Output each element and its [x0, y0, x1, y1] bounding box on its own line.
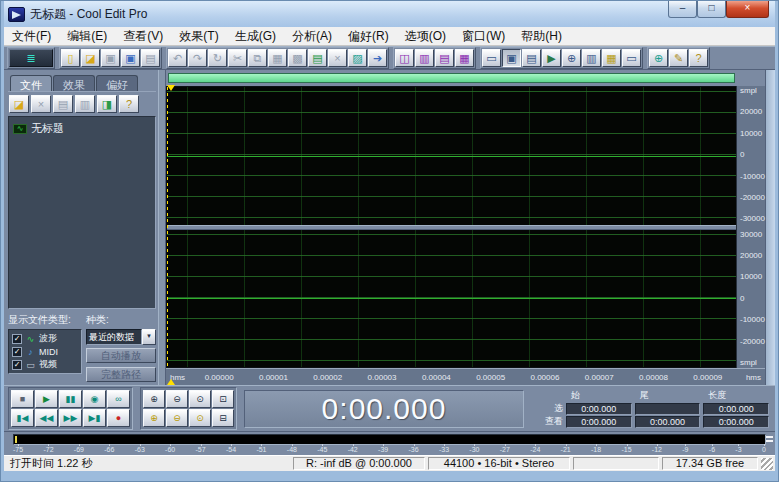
delete-selection-button[interactable]: ×: [328, 49, 347, 67]
checkbox-icon[interactable]: ✓: [12, 360, 22, 370]
selection-length-value[interactable]: 0:00.000: [703, 403, 769, 415]
undo-button[interactable]: ↶: [168, 49, 187, 67]
redo-button[interactable]: ↷: [188, 49, 207, 67]
convert-sample-type-button[interactable]: ▤: [308, 49, 327, 67]
copy-button[interactable]: ⧉: [248, 49, 267, 67]
checkbox-icon[interactable]: ✓: [12, 347, 22, 357]
time-ruler[interactable]: hms 0.000000.000010.000020.000030.000040…: [166, 368, 765, 385]
goto-time-button[interactable]: ➔: [368, 49, 387, 67]
zoom-normal-vertical-button[interactable]: ⊙: [189, 409, 211, 427]
menu-item[interactable]: 偏好(R): [340, 26, 397, 47]
left-channel-waveform[interactable]: [167, 87, 736, 225]
checkbox-icon[interactable]: ✓: [12, 334, 22, 344]
view-range-bar[interactable]: [168, 73, 735, 83]
panel-splitter[interactable]: [158, 70, 166, 385]
selection-begin-value[interactable]: 0:00.000: [566, 403, 632, 415]
paste-button[interactable]: ▦: [268, 49, 287, 67]
file-item-untitled[interactable]: ∿ 无标题: [13, 121, 151, 136]
record-button[interactable]: ●: [107, 409, 130, 427]
save-file-button[interactable]: ▣: [101, 49, 120, 67]
zoom-full-button[interactable]: ⊙: [189, 390, 211, 408]
go-to-end-button[interactable]: ▶▮: [83, 409, 106, 427]
organizer-tab-effects[interactable]: 效果: [53, 75, 95, 91]
menu-item[interactable]: 编辑(E): [59, 26, 115, 47]
organizer-tab-files[interactable]: 文件: [10, 75, 52, 91]
new-file-button[interactable]: ▯: [61, 49, 80, 67]
show-cue-list-button[interactable]: ▣: [502, 49, 521, 67]
mix-paste-button[interactable]: ▩: [288, 49, 307, 67]
zoom-in-horizontal-button[interactable]: ⊕: [143, 390, 165, 408]
menu-item[interactable]: 查看(V): [115, 26, 171, 47]
type-midi-checkbox[interactable]: ✓ ♪ MIDI: [12, 345, 78, 358]
show-sel-view-button[interactable]: ▦: [602, 49, 621, 67]
show-transport-button[interactable]: ▶: [542, 49, 561, 67]
go-to-start-button[interactable]: ▮◀: [11, 409, 34, 427]
help-button[interactable]: ?: [689, 49, 708, 67]
clip-indicator[interactable]: [766, 436, 773, 444]
menu-item[interactable]: 选项(O): [397, 26, 454, 47]
pause-button[interactable]: ▮▮: [59, 390, 82, 408]
fast-forward-button[interactable]: ▶▶: [59, 409, 82, 427]
playhead-marker-bottom[interactable]: [167, 379, 175, 385]
show-organizer-button[interactable]: ▭: [482, 49, 501, 67]
zoom-out-horizontal-button[interactable]: ⊖: [166, 390, 188, 408]
type-waveform-checkbox[interactable]: ✓ ∿ 波形: [12, 332, 78, 345]
menu-item[interactable]: 帮助(H): [513, 26, 570, 47]
show-play-list-button[interactable]: ▤: [522, 49, 541, 67]
zoom-in-vertical-button[interactable]: ⊕: [143, 409, 165, 427]
file-properties-button[interactable]: ▤: [141, 49, 160, 67]
settings-button[interactable]: ⊕: [649, 49, 668, 67]
zoom-to-selection-button[interactable]: ⊡: [212, 390, 234, 408]
sort-dropdown[interactable]: 最近的数据 ▼: [86, 329, 156, 345]
show-time-button[interactable]: ▥: [582, 49, 601, 67]
stop-button[interactable]: ■: [11, 390, 34, 408]
playback-cursor[interactable]: [167, 87, 168, 367]
org-close-file-button[interactable]: ×: [31, 95, 51, 113]
menu-item[interactable]: 文件(F): [4, 26, 59, 47]
vertical-scroll-strip[interactable]: [765, 70, 775, 385]
view-begin-value[interactable]: 0:00.000: [566, 416, 632, 428]
chevron-down-icon[interactable]: ▼: [142, 329, 156, 345]
cue-list-button[interactable]: ▤: [435, 49, 454, 67]
organizer-tab-favorites[interactable]: 偏好: [96, 75, 138, 91]
cut-button[interactable]: ✂: [228, 49, 247, 67]
close-icon[interactable]: ×: [726, 1, 769, 18]
auto-play-button[interactable]: 自动播放: [86, 348, 156, 363]
type-video-checkbox[interactable]: ✓ ▭ 视频: [12, 358, 78, 371]
spectral-view-button[interactable]: ▨: [348, 49, 367, 67]
waveform-canvas[interactable]: [166, 86, 736, 368]
org-help-button[interactable]: ?: [119, 95, 139, 113]
waveform-view-button[interactable]: ▥: [415, 49, 434, 67]
repeat-command-button[interactable]: ↻: [208, 49, 227, 67]
right-channel-waveform[interactable]: [167, 230, 736, 368]
menu-item[interactable]: 生成(G): [227, 26, 284, 47]
file-list[interactable]: ∿ 无标题: [8, 116, 156, 309]
time-display[interactable]: 0:00.000: [244, 390, 524, 428]
menu-item[interactable]: 分析(A): [284, 26, 340, 47]
effects-rack-button[interactable]: ◫: [395, 49, 414, 67]
amplitude-ruler[interactable]: smpl20000100000-10000-20000-30000 300002…: [736, 86, 765, 368]
view-length-value[interactable]: 0:00.000: [703, 416, 769, 428]
org-insert-cd-button[interactable]: ▥: [75, 95, 95, 113]
sort-dropdown-value[interactable]: 最近的数据: [86, 329, 142, 345]
org-insert-multitrack-button[interactable]: ▤: [53, 95, 73, 113]
rewind-button[interactable]: ◀◀: [35, 409, 58, 427]
play-list-button[interactable]: ▦: [455, 49, 474, 67]
resize-grip[interactable]: [761, 458, 773, 470]
show-level-meters-button[interactable]: ▭: [622, 49, 641, 67]
full-paths-button[interactable]: 完整路径: [86, 367, 156, 382]
scripts-button[interactable]: ✎: [669, 49, 688, 67]
menu-item[interactable]: 窗口(W): [454, 26, 513, 47]
play-looped-button[interactable]: ◉: [83, 390, 106, 408]
playhead-marker-top[interactable]: [167, 85, 175, 91]
save-as-button[interactable]: ▣: [121, 49, 140, 67]
maximize-icon[interactable]: □: [697, 1, 726, 18]
minimize-icon[interactable]: –: [668, 1, 697, 18]
play-button[interactable]: ▶: [35, 390, 58, 408]
org-open-file-button[interactable]: ◪: [9, 95, 29, 113]
level-meter[interactable]: [13, 434, 766, 445]
menu-item[interactable]: 效果(T): [171, 26, 226, 47]
show-zoom-button[interactable]: ⊕: [562, 49, 581, 67]
org-auto-play-button[interactable]: ◨: [97, 95, 117, 113]
zoom-out-vertical-button[interactable]: ⊖: [166, 409, 188, 427]
